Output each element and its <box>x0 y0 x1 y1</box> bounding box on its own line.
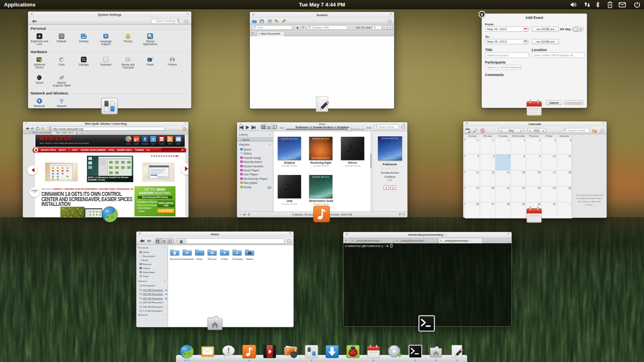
svg-text:g+: g+ <box>134 137 139 141</box>
svg-text:RSS: RSS <box>169 143 172 145</box>
svg-text:Twitter: Twitter <box>151 143 155 145</box>
svg-text:Google+: Google+ <box>134 143 139 145</box>
svg-text:f: f <box>144 136 146 142</box>
svg-text:Chrome: Chrome <box>126 143 131 145</box>
svg-text:YouTube: YouTube <box>159 143 164 145</box>
svg-text::o: :o <box>60 35 63 38</box>
svg-text:Facebook: Facebook <box>142 143 148 145</box>
svg-text:You: You <box>160 138 164 140</box>
svg-text:♪: ♪ <box>199 251 200 255</box>
svg-text:Email: Email <box>177 143 180 145</box>
